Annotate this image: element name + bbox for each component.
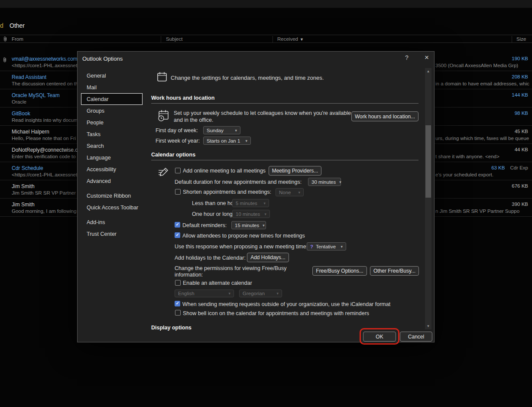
close-icon[interactable]: ×	[422, 53, 432, 63]
column-subject[interactable]: Subject	[166, 36, 182, 42]
cancel-button[interactable]: Cancel	[400, 332, 432, 342]
icalendar-format-checkbox[interactable]	[175, 301, 180, 306]
enable-alternate-calendar-label: Enable an alternate calendar	[183, 280, 252, 286]
add-holidays-button[interactable]: Add Holidays...	[247, 253, 289, 262]
email-extra-right: Cdr Exp	[510, 165, 528, 170]
sidebar-item-general[interactable]: General	[81, 70, 143, 81]
add-online-meeting-label: Add online meeting to all meetings	[183, 168, 266, 174]
email-preview: Read insights into why docum	[12, 117, 78, 123]
default-duration-select[interactable]: 30 minutes	[308, 178, 341, 186]
email-sender: DoNotReply@connectwise.co	[12, 147, 78, 153]
email-preview-right: urs, during which time, faxes will be qu…	[435, 136, 532, 141]
email-size: 63 KB	[491, 165, 505, 170]
work-hours-location-button[interactable]: Work hours and location...	[351, 111, 418, 121]
alternate-language-select[interactable]: English	[175, 290, 234, 297]
first-week-of-year-select[interactable]: Starts on Jan 1	[203, 137, 251, 145]
column-divider	[161, 36, 161, 42]
sidebar-item-accessibility[interactable]: Accessibility	[81, 163, 143, 175]
window-top-strip	[0, 0, 532, 8]
sidebar-item-trust-center[interactable]: Trust Center	[81, 228, 143, 240]
sidebar-item-language[interactable]: Language	[81, 152, 143, 163]
allow-propose-times-checkbox[interactable]	[175, 232, 180, 238]
email-preview-right: in a domain to have email addresses, whi…	[435, 81, 532, 86]
email-preview: Oracle	[12, 99, 26, 104]
sidebar-item-quick-access-toolbar[interactable]: Quick Access Toolbar	[81, 202, 143, 213]
alternate-calendar-type-select[interactable]: Gregorian	[239, 290, 282, 297]
column-divider	[272, 36, 273, 42]
email-size: 676 KB	[512, 183, 528, 189]
tentative-option: ?Tentative	[310, 244, 336, 249]
calendar-settings-intro: Change the settings for calendars, meeti…	[171, 75, 324, 81]
outlook-options-dialog: Outlook Options ? × General Mail Calenda…	[77, 51, 435, 342]
bell-icon-label: Show bell icon on the calendar for appoi…	[183, 310, 369, 316]
response-when-proposing-label: Use this response when proposing a new m…	[175, 244, 308, 250]
column-size[interactable]: Size	[516, 36, 526, 42]
default-reminders-checkbox[interactable]	[175, 222, 180, 228]
email-sender: Cdr Schedule	[12, 165, 43, 171]
email-sender: GitBook	[12, 111, 30, 117]
shorten-appointments-checkbox[interactable]	[175, 189, 181, 195]
email-preview: Hello, Please note that on Fri	[12, 136, 76, 141]
column-divider	[512, 36, 512, 42]
default-reminders-value: 15 minutes	[235, 223, 259, 228]
first-week-of-year-label: First week of year:	[156, 138, 200, 144]
email-preview: Enter this verification code to	[12, 154, 76, 159]
one-hour-or-longer-select[interactable]: 10 minutes	[232, 210, 270, 218]
calendar-clock-icon	[157, 109, 170, 124]
attachment-column-icon[interactable]	[3, 36, 8, 43]
sidebar-item-mail[interactable]: Mail	[81, 81, 143, 93]
default-duration-label: Default duration for new appointments an…	[175, 179, 302, 185]
email-preview: <https://core1-PHL.axxessnetw	[12, 63, 78, 68]
tab-other[interactable]: Other	[10, 22, 25, 29]
dialog-title: Outlook Options	[82, 55, 123, 62]
sidebar-item-search[interactable]: Search	[81, 140, 143, 152]
add-online-meeting-checkbox[interactable]	[175, 168, 181, 173]
email-preview-right: n Jim Smith SR SR VP Partner Suppo	[435, 208, 532, 214]
response-when-proposing-select[interactable]: ?Tentative	[307, 242, 346, 251]
email-preview: Good morning, I am following	[12, 208, 77, 214]
column-received[interactable]: Received▼	[277, 36, 304, 42]
sidebar-item-groups[interactable]: Groups	[81, 105, 143, 117]
sidebar-item-add-ins[interactable]: Add-ins	[81, 216, 143, 228]
first-day-of-week-value: Sunday	[207, 128, 224, 133]
sidebar-item-advanced[interactable]: Advanced	[81, 175, 143, 187]
shorten-appointments-label: Shorten appointments and meetings:	[183, 189, 271, 195]
help-icon[interactable]: ?	[402, 54, 411, 63]
work-hours-desc-line1: Set up your weekly schedule to let colle…	[174, 110, 351, 116]
shorten-mode-select[interactable]: None	[276, 188, 304, 196]
options-sidebar: General Mail Calendar Groups People Task…	[81, 70, 143, 240]
tentative-question-icon: ?	[310, 244, 313, 249]
alternate-calendar-type-value: Gregorian	[243, 291, 265, 296]
scroll-down-icon[interactable]: ▼	[425, 323, 431, 329]
enable-alternate-calendar-checkbox[interactable]	[175, 280, 181, 286]
shorten-mode-value: None	[279, 190, 291, 195]
less-than-one-hour-select[interactable]: 5 minutes	[232, 199, 269, 207]
sidebar-item-calendar[interactable]: Calendar	[81, 93, 143, 105]
email-sender: Jim Smith	[12, 202, 35, 208]
first-week-of-year-value: Starts on Jan 1	[207, 138, 240, 143]
freebusy-options-button[interactable]: Free/Busy Options...	[312, 266, 367, 276]
email-size: 190 KB	[512, 56, 528, 61]
other-freebusy-button[interactable]: Other Free/Busy...	[370, 266, 419, 276]
email-size: 45 KB	[515, 129, 528, 134]
scrollbar-thumb[interactable]	[425, 125, 431, 198]
tab-focused-partial[interactable]: d	[0, 22, 3, 29]
meeting-providers-button[interactable]: Meeting Providers...	[269, 166, 321, 176]
sidebar-item-tasks[interactable]: Tasks	[81, 128, 143, 140]
bell-icon-checkbox[interactable]	[175, 310, 181, 316]
ok-button[interactable]: OK	[363, 332, 396, 342]
column-from[interactable]: From	[12, 36, 23, 42]
dialog-scrollbar[interactable]: ▲ ▼	[425, 68, 431, 329]
default-reminders-label: Default reminders:	[182, 222, 227, 228]
sidebar-item-customize-ribbon[interactable]: Customize Ribbon	[81, 190, 143, 202]
email-sender: Jim Smith	[12, 183, 35, 189]
email-sender: Oracle MySQL Team	[12, 92, 60, 98]
sidebar-item-people[interactable]: People	[81, 117, 143, 128]
scroll-up-icon[interactable]: ▲	[425, 68, 431, 75]
email-preview: <https://core1-PHL.axxessnetw	[12, 172, 78, 177]
first-day-of-week-select[interactable]: Sunday	[203, 126, 240, 134]
section-calendar-options-heading: Calendar options	[151, 152, 418, 160]
email-preview: The discussion centered on th	[12, 81, 78, 86]
default-duration-value: 30 minutes	[311, 179, 336, 185]
default-reminders-select[interactable]: 15 minutes	[231, 221, 266, 229]
